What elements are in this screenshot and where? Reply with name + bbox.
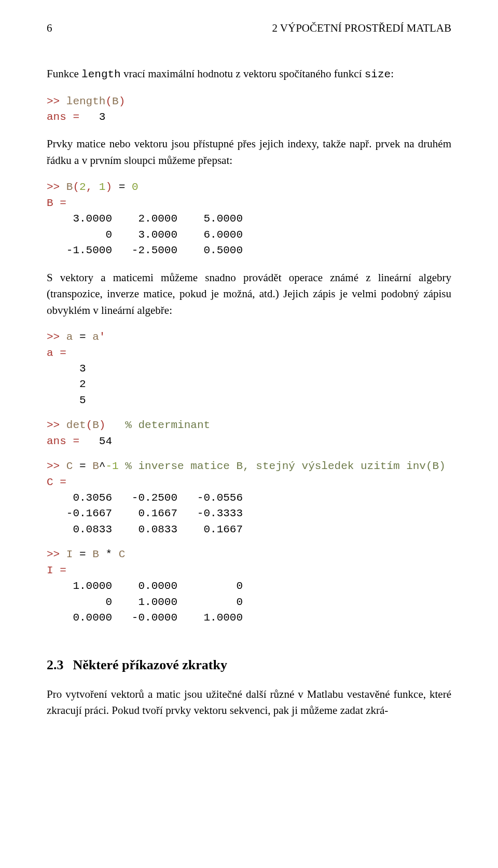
output-row: 3.0000 2.0000 5.0000 [47, 213, 243, 225]
arg: B [92, 419, 99, 431]
inline-code: size [365, 68, 391, 80]
op: = [73, 331, 92, 343]
out-label: I = [47, 564, 66, 576]
ans-label: ans = [47, 111, 86, 123]
func-name: det [66, 419, 86, 431]
output-row: 0.0833 0.0833 0.1667 [47, 523, 243, 535]
comment: % determinant [125, 419, 210, 431]
num: 0 [132, 181, 139, 193]
transpose-op: ' [99, 331, 106, 343]
page-number: 6 [47, 22, 52, 35]
running-title: 2 VÝPOČETNÍ PROSTŘEDÍ MATLAB [272, 22, 451, 35]
prompt: >> [47, 181, 66, 193]
rparen: ) [105, 181, 112, 193]
page-container: 6 2 VÝPOČETNÍ PROSTŘEDÍ MATLAB Funkce le… [0, 0, 498, 868]
lparen: ( [86, 419, 93, 431]
op: = [73, 548, 92, 560]
page-header: 6 2 VÝPOČETNÍ PROSTŘEDÍ MATLAB [47, 22, 451, 35]
code-length-B: >> length(B) ans = 3 [47, 94, 451, 126]
num: 2 [79, 181, 86, 193]
output-row: 1.0000 0.0000 0 [47, 580, 243, 592]
text: vrací maximální hodnotu z vektoru spočít… [121, 67, 365, 80]
text: Funkce [47, 67, 81, 80]
prompt: >> [47, 419, 66, 431]
out-label: B = [47, 197, 66, 209]
op: = [112, 181, 132, 193]
var: B [92, 548, 99, 560]
var: C [66, 460, 73, 472]
paragraph-linear-algebra: S vektory a maticemi můžeme snadno prová… [47, 270, 451, 319]
paragraph-index-access: Prvky matice nebo vektoru jsou přístupné… [47, 136, 451, 169]
lparen: ( [105, 95, 112, 107]
comment: % inverse matice B, stejný výsledek uzit… [125, 460, 446, 472]
var: C [119, 548, 126, 560]
op: = [73, 460, 92, 472]
var: B [66, 181, 73, 193]
num: -1 [105, 460, 118, 472]
var: a [92, 331, 99, 343]
out-label: a = [47, 347, 66, 359]
rparen: ) [99, 419, 106, 431]
text: : [391, 67, 394, 80]
code-identity: >> I = B * C I = 1.0000 0.0000 0 0 1.000… [47, 547, 451, 626]
op: * [99, 548, 119, 560]
output-row: 0.0000 -0.0000 1.0000 [47, 612, 243, 624]
rparen: ) [119, 95, 126, 107]
prompt: >> [47, 548, 66, 560]
output-row: 0.3056 -0.2500 -0.0556 [47, 492, 243, 504]
code-B-assign: >> B(2, 1) = 0 B = 3.0000 2.0000 5.0000 … [47, 180, 451, 258]
comma: , [86, 181, 99, 193]
op: ^ [99, 460, 106, 472]
var: I [66, 548, 73, 560]
output-row: 5 [47, 394, 86, 406]
output-row: 2 [47, 378, 86, 390]
arg: B [112, 95, 119, 107]
lparen: ( [73, 181, 79, 193]
output-row: -0.1667 0.1667 -0.3333 [47, 507, 243, 519]
section-heading: 2.3Některé příkazové zkratky [47, 657, 451, 673]
prompt: >> [47, 95, 66, 107]
var: B [92, 460, 99, 472]
section-number: 2.3 [47, 657, 64, 672]
paragraph-shortcuts: Pro vytvoření vektorů a matic jsou užite… [47, 686, 451, 719]
output: 54 [86, 435, 112, 447]
output-row: 0 3.0000 6.0000 [47, 229, 243, 241]
code-inverse: >> C = B^-1 % inverse matice B, stejný v… [47, 459, 451, 538]
code-transpose: >> a = a' a = 3 2 5 [47, 329, 451, 408]
var: a [66, 331, 73, 343]
func-name: length [66, 95, 106, 107]
code-det: >> det(B) % determinant ans = 54 [47, 418, 451, 449]
output-row: -1.5000 -2.5000 0.5000 [47, 244, 243, 256]
prompt: >> [47, 460, 66, 472]
section-title: Některé příkazové zkratky [73, 657, 227, 672]
output: 3 [86, 111, 106, 123]
ans-label: ans = [47, 435, 86, 447]
output-row: 0 1.0000 0 [47, 596, 243, 608]
num: 1 [99, 181, 106, 193]
inline-code: length [81, 68, 121, 80]
paragraph-intro-length: Funkce length vrací maximální hodnotu z … [47, 66, 451, 83]
prompt: >> [47, 331, 66, 343]
out-label: C = [47, 476, 66, 488]
output-row: 3 [47, 363, 86, 375]
